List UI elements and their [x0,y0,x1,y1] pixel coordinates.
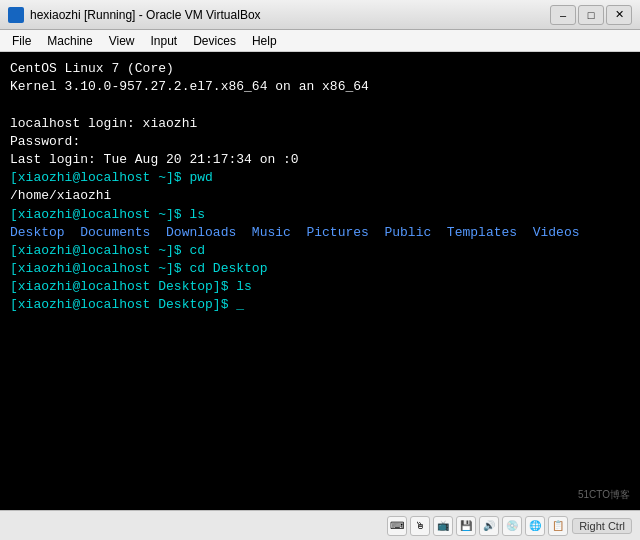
term-line: CentOS Linux 7 (Core) [10,60,630,78]
status-icon-6: 💿 [502,516,522,536]
term-line: localhost login: xiaozhi [10,115,630,133]
status-bar: ⌨ 🖱 📺 💾 🔊 💿 🌐 📋 Right Ctrl [0,510,640,540]
menu-machine[interactable]: Machine [39,32,100,50]
term-line: [xiaozhi@localhost ~]$ pwd [10,169,630,187]
status-icon-7: 🌐 [525,516,545,536]
status-icon-8: 📋 [548,516,568,536]
vm-screen[interactable]: CentOS Linux 7 (Core) Kernel 3.10.0-957.… [0,52,640,510]
term-line [10,96,630,114]
minimize-button[interactable]: – [550,5,576,25]
term-line: [xiaozhi@localhost ~]$ ls [10,206,630,224]
term-line: Kernel 3.10.0-957.27.2.el7.x86_64 on an … [10,78,630,96]
term-line: Last login: Tue Aug 20 21:17:34 on :0 [10,151,630,169]
ls-output: Desktop Documents Downloads Music Pictur… [10,224,630,242]
menu-bar: File Machine View Input Devices Help [0,30,640,52]
status-icon-4: 💾 [456,516,476,536]
right-ctrl-label: Right Ctrl [572,518,632,534]
menu-devices[interactable]: Devices [185,32,244,50]
menu-file[interactable]: File [4,32,39,50]
status-icon-5: 🔊 [479,516,499,536]
status-icon-2: 🖱 [410,516,430,536]
close-button[interactable]: ✕ [606,5,632,25]
status-icon-3: 📺 [433,516,453,536]
terminal[interactable]: CentOS Linux 7 (Core) Kernel 3.10.0-957.… [0,52,640,510]
title-bar-text: hexiaozhi [Running] - Oracle VM VirtualB… [30,8,550,22]
menu-input[interactable]: Input [143,32,186,50]
term-line: [xiaozhi@localhost ~]$ cd [10,242,630,260]
window-controls: – □ ✕ [550,5,632,25]
term-line: [xiaozhi@localhost ~]$ cd Desktop [10,260,630,278]
term-line: /home/xiaozhi [10,187,630,205]
app-icon [8,7,24,23]
maximize-button[interactable]: □ [578,5,604,25]
menu-help[interactable]: Help [244,32,285,50]
title-bar: hexiaozhi [Running] - Oracle VM VirtualB… [0,0,640,30]
menu-view[interactable]: View [101,32,143,50]
term-line: [xiaozhi@localhost Desktop]$ ls [10,278,630,296]
term-line: Password: [10,133,630,151]
term-line: [xiaozhi@localhost Desktop]$ _ [10,296,630,314]
status-icon-1: ⌨ [387,516,407,536]
status-icons: ⌨ 🖱 📺 💾 🔊 💿 🌐 📋 [387,516,568,536]
watermark: 51CTO博客 [578,488,630,502]
